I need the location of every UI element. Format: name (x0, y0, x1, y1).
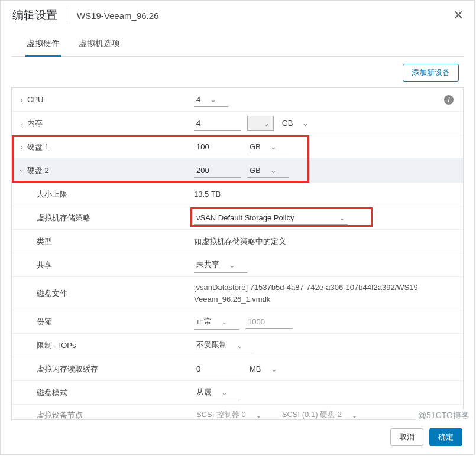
disk2-max-label: 大小上限 (37, 189, 67, 200)
disk1-label: 硬盘 1 (27, 142, 49, 152)
expand-disk1-icon[interactable]: › (17, 144, 27, 151)
disk2-flash-input[interactable] (194, 362, 241, 376)
hardware-scroll[interactable]: › CPU 4 i › 内存 GB (12, 88, 463, 419)
disk2-mode-label: 磁盘模式 (37, 387, 67, 398)
modal-header: 编辑设置 WS19-Veeam_96.26 ✕ (1, 1, 474, 30)
row-disk2-quota: 份额 正常 (12, 310, 463, 334)
disk2-policy-label: 虚拟机存储策略 (37, 213, 90, 223)
row-disk2-file: 磁盘文件 [vsanDatastore] 71537b5d-4a87-742e-… (12, 277, 463, 310)
disk2-flash-unit-select[interactable]: MB (247, 362, 289, 376)
disk2-type-label: 类型 (37, 236, 52, 247)
row-disk2-share: 共享 未共享 (12, 253, 463, 277)
row-disk2-flash: 虚拟闪存读取缓存 MB (12, 357, 463, 381)
row-disk2-policy: 虚拟机存储策略 vSAN Default Storage Policy ⌄ (12, 206, 463, 230)
row-disk2-node: 虚拟设备节点 SCSI 控制器 0 SCSI (0:1) 硬盘 2 (12, 405, 463, 419)
disk2-unit-select[interactable]: GB (247, 164, 289, 178)
memory-stepper[interactable] (247, 116, 274, 131)
disk2-node-pos-select[interactable]: SCSI (0:1) 硬盘 2 (280, 407, 370, 419)
disk2-label: 硬盘 2 (27, 165, 49, 176)
disk2-type-value: 如虚拟机存储策略中的定义 (194, 236, 286, 247)
disk2-node-ctrl-select[interactable]: SCSI 控制器 0 (194, 407, 274, 419)
tab-virtual-hardware[interactable]: 虚拟硬件 (25, 34, 61, 57)
memory-label: 内存 (27, 118, 43, 129)
disk2-policy-value: vSAN Default Storage Policy (196, 213, 294, 222)
row-memory: › 内存 GB (12, 112, 463, 135)
row-disk2-max: 大小上限 13.5 TB (12, 183, 463, 206)
toolbar: 添加新设备 (1, 57, 474, 87)
row-disk2-type: 类型 如虚拟机存储策略中的定义 (12, 230, 463, 253)
disk2-iops-label: 限制 - IOPs (37, 340, 76, 351)
row-cpu: › CPU 4 i (12, 88, 463, 112)
hardware-panel: › CPU 4 i › 内存 GB (11, 87, 464, 420)
modal-title: 编辑设置 (12, 8, 57, 23)
edit-settings-modal: 编辑设置 WS19-Veeam_96.26 ✕ 虚拟硬件 虚拟机选项 添加新设备… (0, 0, 475, 455)
memory-unit-select[interactable]: GB (280, 116, 321, 130)
disk2-quota-select[interactable]: 正常 (194, 314, 239, 330)
info-icon[interactable]: i (444, 95, 454, 105)
disk2-max-value: 13.5 TB (194, 190, 221, 198)
row-disk2: › 硬盘 2 GB (12, 159, 463, 183)
cpu-label: CPU (27, 95, 43, 104)
expand-memory-icon[interactable]: › (17, 120, 27, 127)
cancel-button[interactable]: 取消 (390, 428, 423, 446)
disk2-size-input[interactable] (194, 164, 241, 178)
disk2-policy-select[interactable]: vSAN Default Storage Policy ⌄ (194, 211, 348, 225)
disk2-file-value: [vsanDatastore] 71537b5d-4a87-742e-a306-… (194, 282, 430, 305)
tab-bar: 虚拟硬件 虚拟机选项 (11, 34, 464, 57)
disk1-size-input[interactable] (194, 140, 241, 154)
disk2-flash-label: 虚拟闪存读取缓存 (37, 364, 98, 374)
disk-highlight-group: › 硬盘 1 GB › 硬盘 2 GB (12, 135, 463, 183)
add-device-button[interactable]: 添加新设备 (403, 64, 459, 82)
chevron-down-icon: ⌄ (339, 213, 345, 222)
row-disk1: › 硬盘 1 GB (12, 135, 463, 159)
collapse-disk2-icon[interactable]: › (18, 165, 25, 176)
vm-name: WS19-Veeam_96.26 (77, 11, 158, 21)
row-disk2-iops: 限制 - IOPs 不受限制 (12, 334, 463, 357)
disk2-share-select[interactable]: 未共享 (194, 257, 247, 273)
close-icon[interactable]: ✕ (453, 9, 464, 22)
disk2-file-label: 磁盘文件 (37, 288, 67, 299)
title-divider (67, 9, 67, 22)
disk2-iops-select[interactable]: 不受限制 (194, 337, 255, 353)
disk1-unit-select[interactable]: GB (247, 140, 289, 154)
disk2-share-label: 共享 (37, 260, 52, 271)
disk2-quota-label: 份额 (37, 317, 52, 327)
ok-button[interactable]: 确定 (429, 428, 462, 446)
disk2-mode-select[interactable]: 从属 (194, 385, 239, 400)
row-disk2-mode: 磁盘模式 从属 (12, 381, 463, 405)
cpu-count-select[interactable]: 4 (194, 93, 228, 107)
memory-value-input[interactable] (194, 116, 241, 131)
tab-vm-options[interactable]: 虚拟机选项 (77, 34, 121, 56)
watermark: @51CTO博客 (416, 409, 472, 422)
expand-cpu-icon[interactable]: › (17, 96, 27, 103)
modal-footer: 取消 确定 (1, 420, 474, 454)
disk2-node-label: 虚拟设备节点 (37, 410, 83, 420)
disk2-quota-num-input[interactable] (245, 315, 293, 329)
